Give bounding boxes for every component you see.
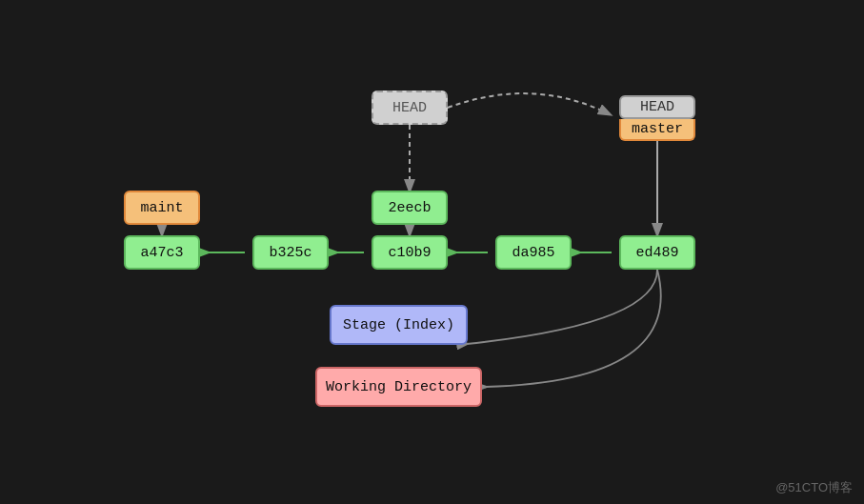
stage-node: Stage (Index) [330, 305, 468, 345]
ed489-node: ed489 [619, 235, 695, 270]
c10b9-node: c10b9 [372, 235, 448, 270]
head-dashed-label: HEAD [392, 100, 427, 116]
c10b9-label: c10b9 [388, 245, 431, 261]
b325c-label: b325c [269, 245, 311, 261]
diagram-canvas: HEAD HEAD master maint a47c3 b325c 2eecb… [0, 0, 864, 504]
a47c3-label: a47c3 [140, 245, 183, 261]
maint-node: maint [124, 191, 200, 225]
a47c3-node: a47c3 [124, 235, 200, 270]
head-master-head-label: HEAD [619, 95, 695, 119]
da985-label: da985 [512, 245, 554, 261]
da985-node: da985 [495, 235, 572, 270]
watermark: @51CTO博客 [775, 479, 853, 496]
maint-label: maint [140, 200, 183, 216]
twoeecb-node: 2eecb [372, 191, 448, 225]
stage-label: Stage (Index) [343, 317, 454, 333]
working-directory-node: Working Directory [315, 367, 482, 407]
head-master-box: HEAD master [619, 95, 695, 141]
head-dashed-node: HEAD [372, 91, 448, 125]
ed489-label: ed489 [635, 245, 678, 261]
b325c-node: b325c [252, 235, 329, 270]
master-label: master [619, 119, 695, 141]
twoeecb-label: 2eecb [388, 200, 431, 216]
working-directory-label: Working Directory [326, 379, 472, 395]
